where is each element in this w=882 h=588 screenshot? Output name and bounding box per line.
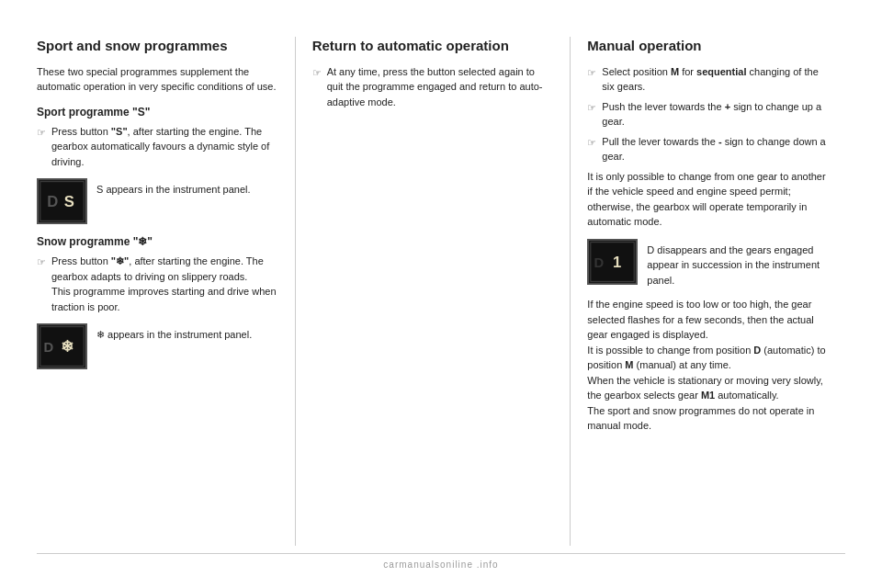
col3-heading: Manual operation [587,37,829,55]
svg-text:D: D [594,255,605,270]
return-bullet-text: At any time, press the button selected a… [327,64,554,110]
svg-text:D: D [44,340,54,355]
snow-panel-label: ❄ appears in the instrument panel. [96,323,252,343]
columns-layout: Sport and snow programmes These two spec… [37,37,845,546]
manual-note2: If the engine speed is too low or too hi… [587,297,829,434]
s-panel-label: S appears in the instrument panel. [96,178,251,198]
footer-text: carmanualsoniline .info [383,560,498,570]
s-panel-image: D S [37,178,87,224]
manual-bullet-2: ☞ Push the lever towards the + sign to c… [587,99,829,130]
snow-panel-box: D ❄ ❄ appears in the instrument panel. [37,323,278,369]
d-panel-label: D disappears and the gears engaged appea… [647,239,829,288]
snow-panel-svg: D ❄ [39,323,85,369]
s-panel-svg: D S [39,178,85,224]
bullet-icon-m2: ☞ [587,100,596,116]
col-sport-snow: Sport and snow programmes These two spec… [37,37,296,546]
bullet-icon-m1: ☞ [587,65,596,81]
return-bullet: ☞ At any time, press the button selected… [312,64,554,110]
col-return: Return to automatic operation ☞ At any t… [296,37,571,546]
manual-bullet-2-text: Push the lever towards the + sign to cha… [602,99,829,130]
col1-intro: These two special programmes supplement … [37,64,278,95]
manual-bullet-3-text: Pull the lever towards the - sign to cha… [602,134,829,164]
d-panel-svg: D 1 [589,239,636,285]
col2-heading: Return to automatic operation [312,37,554,55]
col1-heading: Sport and snow programmes [37,37,278,55]
sport-bullet-text: Press button "S", after starting the eng… [51,124,278,170]
bullet-icon-snow: ☞ [37,254,46,270]
d-panel-image: D 1 [587,239,638,285]
page-container: Sport and snow programmes These two spec… [0,0,882,588]
svg-text:S: S [64,193,74,210]
snow-panel-image: D ❄ [37,323,87,369]
manual-bullet-3: ☞ Pull the lever towards the - sign to c… [587,134,829,164]
svg-text:❄: ❄ [61,338,74,356]
d-panel-box: D 1 D disappears and the gears engaged a… [587,239,829,288]
snow-bullet-text: Press button "❄", after starting the eng… [51,254,278,314]
manual-note1: It is only possible to change from one g… [587,169,829,230]
col-manual: Manual operation ☞ Select position M for… [571,37,845,546]
bullet-icon-m3: ☞ [587,135,596,151]
s-panel-box: D S S appears in the instrument panel. [37,178,278,224]
svg-text:D: D [47,193,58,210]
sport-heading: Sport programme "S" [37,106,278,119]
bullet-icon-return: ☞ [312,65,322,81]
footer-bar: carmanualsoniline .info [37,553,845,570]
snow-heading: Snow programme "❄" [37,235,278,248]
sport-bullet: ☞ Press button "S", after starting the e… [37,124,278,170]
manual-bullet-1: ☞ Select position M for sequential chang… [587,64,829,95]
bullet-icon-sport: ☞ [37,125,46,141]
snow-bullet: ☞ Press button "❄", after starting the e… [37,254,278,314]
svg-text:1: 1 [613,254,621,271]
manual-bullet-1-text: Select position M for sequential changin… [602,64,829,95]
